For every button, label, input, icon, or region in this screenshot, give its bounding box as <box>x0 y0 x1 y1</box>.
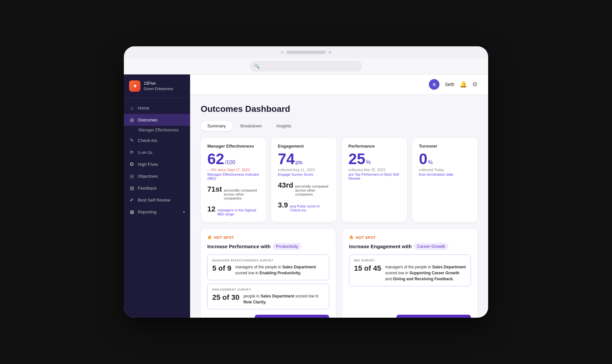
hotspot-title: Increase Engagement with Career Growth <box>349 243 471 250</box>
page-body: Outcomes Dashboard Summary Breakdown Ins… <box>190 95 488 318</box>
metric-card-turnover: Turnover 0 % collected Today from termin… <box>412 138 478 222</box>
stat-desc: percentile compared across other compani… <box>295 184 330 196</box>
stat-desc-link[interactable]: managers in the highest MEI range <box>217 208 259 216</box>
sidebar-item-label: Manager Effectiveness <box>138 128 179 132</box>
outcomes-icon: ◎ <box>129 117 134 122</box>
sidebar-item-label: 1-on-1s <box>138 150 152 155</box>
sidebar-item-objectives[interactable]: ◎ Objectives <box>124 170 190 182</box>
metric-title: Turnover <box>419 144 471 149</box>
sidebar-item-high-fives[interactable]: ✪ High Fives <box>124 158 190 170</box>
high-fives-icon: ✪ <box>129 161 134 167</box>
download-actions-button[interactable]: Download recommended actions <box>255 315 329 318</box>
sidebar-item-outcomes[interactable]: ◎ Outcomes <box>124 114 190 126</box>
hotspot-card-performance: 🔥 HOT SPOT Increase Performance with Pro… <box>201 229 336 318</box>
hotspot-tag: Career Growth <box>414 243 448 250</box>
main-content: S Seth 🔔 ⚙ Outcomes Dashboard Summary Br… <box>190 74 488 318</box>
sidebar-item-reporting[interactable]: ▦ Reporting ▾ <box>124 206 190 218</box>
metric-label-link[interactable]: from termination date <box>419 172 471 176</box>
stat-num: 12 <box>207 205 215 213</box>
sidebar-item-feedback[interactable]: ▤ Feedback <box>124 182 190 194</box>
browser-chrome: 🔍 <box>124 58 488 74</box>
metric-title: Performance <box>348 144 400 149</box>
sidebar-item-label: Best Self Review <box>138 198 170 203</box>
survey-block-mei-right: MEI SURVEY 15 of 45 managers of the peop… <box>349 254 471 286</box>
metric-value: 0 <box>419 151 428 166</box>
logo-icon: ✦ <box>129 80 140 92</box>
metric-sub: collected Today <box>419 168 471 172</box>
fire-icon: 🔥 <box>207 235 212 240</box>
hotspot-label: HOT SPOT <box>356 236 376 240</box>
metric-card-engagement: Engagement 74 pts collected Aug 11, 2023… <box>271 138 336 222</box>
hotspot-label: HOT SPOT <box>214 236 234 240</box>
survey-desc: managers of the people in Sales Departme… <box>235 264 324 276</box>
company-sub: Green Enterprises <box>144 86 173 91</box>
sidebar-item-label: Feedback <box>138 186 157 191</box>
address-pill <box>286 51 326 54</box>
survey-label: ENGAGEMENT SURVEY <box>212 288 324 291</box>
survey-block-mei: MANAGER EFFECTIVENESS SURVEY 5 of 9 mana… <box>207 254 329 280</box>
tab-summary[interactable]: Summary <box>201 121 232 131</box>
search-icon: 🔍 <box>254 64 260 69</box>
metrics-row: Manager Effectiveness 62 /100 ↓ -6% sinc… <box>201 138 478 222</box>
stat-num: 3.9 <box>278 201 288 209</box>
metric-label-link[interactable]: Manager Effectiveness Indicator (MEI) <box>207 172 259 180</box>
sidebar-item-label: High Fives <box>138 162 158 167</box>
topbar: S Seth 🔔 ⚙ <box>190 74 488 95</box>
sidebar-item-1on1s[interactable]: ⟳ 1-on-1s <box>124 146 190 158</box>
dot-2 <box>329 51 331 54</box>
metric-label-link[interactable]: are Top Performers in Best Self Review <box>348 172 400 180</box>
metric-stat-1: 43rd percentile compared across other co… <box>278 181 330 196</box>
metric-stat-2: 12 managers in the highest MEI range <box>207 205 259 216</box>
survey-content: 25 of 30 people in Sales Department scor… <box>212 293 324 305</box>
metric-sub: collected Aug 11, 2023 <box>278 168 330 172</box>
survey-desc: people in Sales Department scored low in… <box>243 293 324 305</box>
survey-label: MEI SURVEY <box>354 259 466 262</box>
download-actions-button[interactable]: Download recommended actions <box>396 315 471 318</box>
browser-search-bar[interactable]: 🔍 <box>250 61 362 71</box>
sidebar-item-label: Reporting <box>138 209 156 214</box>
notification-icon[interactable]: 🔔 <box>460 81 467 88</box>
sidebar-item-best-self-review[interactable]: ✔ Best Self Review <box>124 194 190 206</box>
stat-num: 71st <box>207 185 222 194</box>
stat-desc-link[interactable]: avg Pulse score in Check-ins <box>290 204 330 212</box>
hotspot-title-prefix: Increase Engagement with <box>349 244 412 249</box>
tabs: Summary Breakdown Insights <box>201 121 478 131</box>
fire-icon: 🔥 <box>349 235 354 240</box>
sidebar: ✦ 15Five Green Enterprises ⌂ Home ◎ Outc… <box>124 74 190 318</box>
sidebar-logo: ✦ 15Five Green Enterprises <box>124 74 190 98</box>
survey-content: 15 of 45 managers of the people in Sales… <box>354 264 466 282</box>
metric-stat-1: 71st percentile compared across other co… <box>207 185 259 200</box>
check-ins-icon: ✎ <box>129 138 134 143</box>
logo-text: 15Five Green Enterprises <box>144 81 173 91</box>
survey-label: MANAGER EFFECTIVENESS SURVEY <box>212 259 324 262</box>
metric-card-manager-effectiveness: Manager Effectiveness 62 /100 ↓ -6% sinc… <box>201 138 266 222</box>
hotspot-title-prefix: Increase Performance with <box>207 244 271 249</box>
tab-breakdown[interactable]: Breakdown <box>234 121 269 131</box>
topbar-user: S Seth 🔔 ⚙ <box>429 79 478 90</box>
device-frame: 🔍 ✦ 15Five Green Enterprises ⌂ Home ◎ Ou… <box>124 46 488 318</box>
sidebar-item-check-ins[interactable]: ✎ Check-Ins <box>124 134 190 146</box>
metric-sub: collected Mar 25, 2023 <box>348 168 400 172</box>
hotspot-row: 🔥 HOT SPOT Increase Performance with Pro… <box>201 229 478 318</box>
user-name: Seth <box>445 82 454 87</box>
stat-num: 43rd <box>278 181 293 190</box>
survey-block-engagement: ENGAGEMENT SURVEY 25 of 30 people in Sal… <box>207 284 329 309</box>
sidebar-item-home[interactable]: ⌂ Home <box>124 102 190 114</box>
page-title: Outcomes Dashboard <box>201 104 478 114</box>
metric-change: ↓ -6% since Sept 17, 2023 <box>207 168 259 172</box>
sidebar-item-label: Outcomes <box>138 117 157 122</box>
card-actions: Take action with managers Download recom… <box>349 315 471 318</box>
sidebar-item-manager-effectiveness[interactable]: Manager Effectiveness <box>124 126 190 134</box>
metric-title: Engagement <box>278 144 330 149</box>
feedback-icon: ▤ <box>129 185 134 191</box>
survey-num: 25 of 30 <box>212 293 239 302</box>
bsr-icon: ✔ <box>129 197 134 203</box>
avatar: S <box>429 79 439 90</box>
settings-icon[interactable]: ⚙ <box>472 81 478 88</box>
tab-insights[interactable]: Insights <box>270 121 298 131</box>
metric-label-link[interactable]: Engage Survey Score <box>278 172 330 176</box>
dot-1 <box>281 51 283 54</box>
metric-value: 62 <box>207 151 224 166</box>
hotspot-title: Increase Performance with Productivity <box>207 243 329 250</box>
app-container: ✦ 15Five Green Enterprises ⌂ Home ◎ Outc… <box>124 74 488 318</box>
